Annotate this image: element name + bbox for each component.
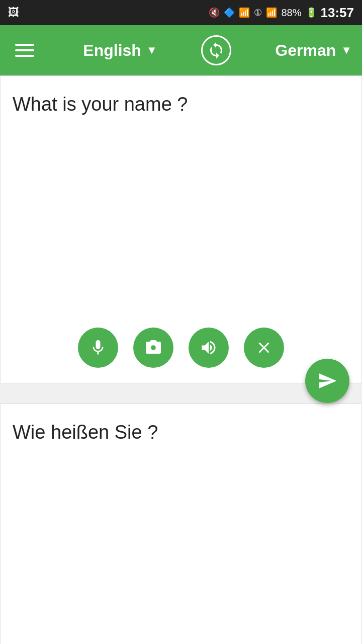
- target-panel: Wie heißen Sie ?: [0, 404, 362, 644]
- translate-button[interactable]: [305, 359, 349, 403]
- signal-icon: 📶: [266, 7, 277, 18]
- target-language-selector[interactable]: German ▼: [275, 41, 352, 60]
- battery-icon: 🔋: [306, 7, 317, 18]
- source-language-label: English: [83, 41, 141, 60]
- image-icon: 🖼: [8, 6, 19, 19]
- camera-icon: [144, 339, 162, 357]
- mute-icon: 🔇: [209, 7, 220, 18]
- send-icon: [317, 371, 337, 391]
- wifi-icon: 📶: [239, 7, 250, 18]
- swap-languages-button[interactable]: [201, 35, 231, 65]
- nav-bar: English ▼ German ▼: [0, 25, 362, 75]
- menu-button[interactable]: [10, 39, 39, 62]
- mic-icon: [89, 339, 107, 357]
- source-language-dropdown-icon: ▼: [146, 44, 157, 57]
- target-text: Wie heißen Sie ?: [1, 404, 361, 644]
- source-panel: What is your name ?: [0, 75, 362, 383]
- source-text[interactable]: What is your name ?: [1, 76, 361, 317]
- camera-button[interactable]: [133, 328, 173, 368]
- status-bar: 🖼 🔇 🔷 📶 ① 📶 88% 🔋 13:57: [0, 0, 362, 25]
- source-language-selector[interactable]: English ▼: [83, 41, 157, 60]
- target-language-dropdown-icon: ▼: [341, 44, 352, 57]
- speaker-icon: [200, 339, 218, 357]
- status-bar-left: 🖼: [8, 6, 19, 19]
- target-language-label: German: [275, 41, 336, 60]
- bluetooth-icon: 🔷: [224, 7, 235, 18]
- speaker-button[interactable]: [189, 328, 229, 368]
- close-icon: [255, 339, 273, 357]
- status-bar-right: 🔇 🔷 📶 ① 📶 88% 🔋 13:57: [209, 5, 354, 21]
- microphone-button[interactable]: [78, 328, 118, 368]
- status-time: 13:57: [321, 5, 354, 21]
- swap-icon: [207, 41, 225, 59]
- clear-button[interactable]: [244, 328, 284, 368]
- battery-label: 88%: [281, 7, 301, 19]
- sim-icon: ①: [254, 7, 262, 18]
- panels-container: What is your name ?: [0, 75, 362, 644]
